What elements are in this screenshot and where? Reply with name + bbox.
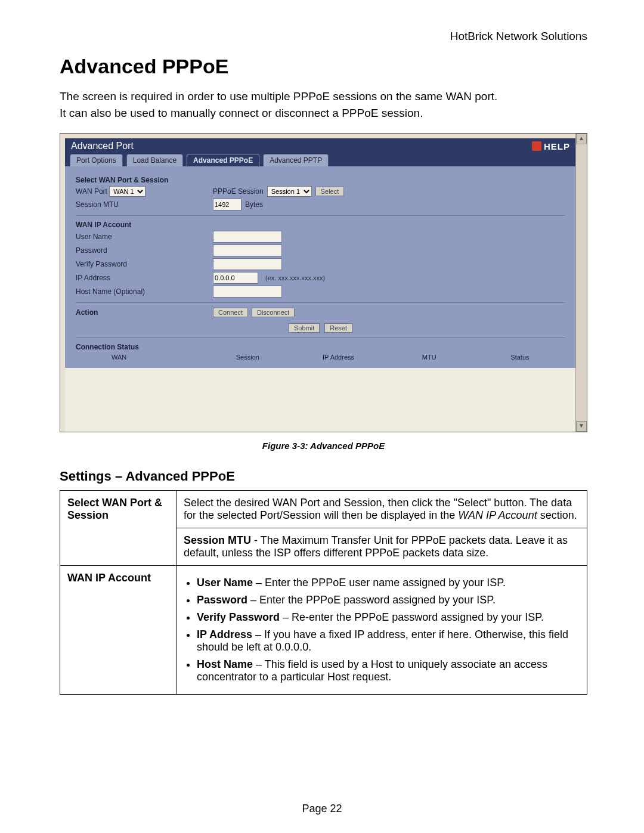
list-item: IP Address – If you have a fixed IP addr…	[197, 628, 580, 654]
status-col-ip: IP Address	[293, 354, 383, 361]
section-account-heading: WAN IP Account	[76, 221, 565, 229]
help-icon	[532, 141, 541, 151]
pppoe-session-select[interactable]: Session 1	[267, 186, 312, 197]
status-col-wan: WAN	[76, 354, 202, 361]
scroll-down-icon[interactable]: ▼	[576, 421, 587, 432]
table-row: Select WAN Port & Session Select the des…	[60, 491, 587, 528]
page-title: Advanced PPPoE	[60, 55, 587, 78]
section-action-heading: Action	[76, 308, 213, 317]
figure-caption: Figure 3-3: Advanced PPPoE	[60, 441, 587, 451]
intro-line-1: The screen is required in order to use m…	[60, 90, 587, 103]
list-item: Host Name – This field is used by a Host…	[197, 658, 580, 683]
list-item: Verify Password – Re-enter the PPPoE pas…	[197, 611, 580, 624]
connect-button[interactable]: Connect	[213, 308, 248, 317]
wan-port-select[interactable]: WAN 1	[109, 186, 145, 197]
wan-port-label: WAN Port	[76, 187, 107, 196]
tab-port-options[interactable]: Port Options	[70, 154, 123, 166]
settings-val-account: User Name – Enter the PPPoE user name as…	[177, 566, 587, 695]
screenshot-scrollbar[interactable]: ▲ ▼	[575, 134, 587, 432]
section-status-heading: Connection Status	[76, 343, 565, 351]
panel-title: Advanced Port	[71, 141, 134, 151]
settings-val-select-1: Select the desired WAN Port and Session,…	[177, 491, 587, 528]
tab-advanced-pptp[interactable]: Advanced PPTP	[263, 154, 329, 166]
settings-key-select: Select WAN Port & Session	[60, 491, 177, 566]
submit-button[interactable]: Submit	[289, 323, 320, 333]
session-mtu-label: Session MTU	[76, 200, 213, 209]
reset-button[interactable]: Reset	[324, 323, 352, 333]
disconnect-button[interactable]: Disconnect	[252, 308, 295, 317]
status-col-status: Status	[475, 354, 565, 361]
list-item: User Name – Enter the PPPoE user name as…	[197, 577, 580, 589]
scroll-up-icon[interactable]: ▲	[576, 134, 587, 144]
ip-address-hint: (ex. xxx.xxx.xxx.xxx)	[265, 274, 325, 281]
help-label: HELP	[544, 141, 570, 151]
password-input[interactable]	[213, 244, 282, 256]
status-col-mtu: MTU	[384, 354, 475, 361]
host-name-input[interactable]	[213, 286, 282, 298]
user-name-input[interactable]	[213, 231, 282, 243]
status-col-session: Session	[202, 354, 293, 361]
verify-password-input[interactable]	[213, 258, 282, 270]
password-label: Password	[76, 246, 213, 255]
screenshot-empty-area	[65, 368, 576, 432]
tab-load-balance[interactable]: Load Balance	[126, 154, 183, 166]
doc-header-company: HotBrick Network Solutions	[60, 30, 587, 43]
host-name-label: Host Name (Optional)	[76, 287, 213, 296]
settings-val-select-2: Session MTU - The Maximum Transfer Unit …	[177, 528, 587, 566]
session-mtu-unit: Bytes	[245, 200, 263, 209]
pppoe-session-label: PPPoE Session	[213, 187, 264, 196]
screenshot-frame: ▲ ▼ Advanced Port HELP Port Options Load…	[60, 133, 587, 432]
select-button[interactable]: Select	[315, 187, 345, 196]
user-name-label: User Name	[76, 233, 213, 241]
verify-password-label: Verify Password	[76, 260, 213, 268]
page-number: Page 22	[0, 803, 644, 815]
settings-key-account: WAN IP Account	[60, 566, 177, 695]
tab-advanced-pppoe[interactable]: Advanced PPPoE	[187, 154, 259, 166]
ip-address-label: IP Address	[76, 274, 213, 282]
table-row: WAN IP Account User Name – Enter the PPP…	[60, 566, 587, 695]
settings-table: Select WAN Port & Session Select the des…	[60, 490, 587, 695]
intro-line-2: It can also be used to manually connect …	[60, 107, 587, 120]
ip-address-input[interactable]	[213, 272, 258, 284]
session-mtu-input[interactable]	[213, 199, 242, 210]
list-item: Password – Enter the PPPoE password assi…	[197, 594, 580, 606]
section-select-heading: Select WAN Port & Session	[76, 176, 565, 184]
help-button[interactable]: HELP	[532, 141, 570, 151]
settings-heading: Settings – Advanced PPPoE	[60, 469, 587, 484]
